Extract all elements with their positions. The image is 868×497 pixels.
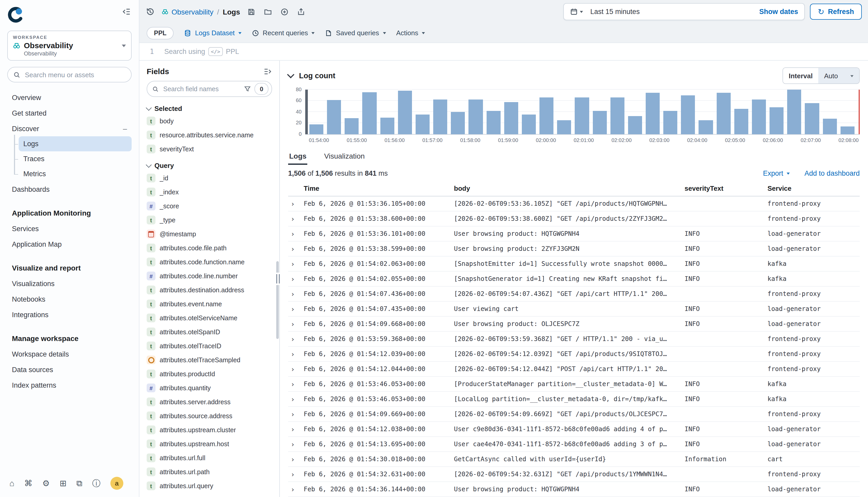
sidebar-nav-item[interactable]: Application Map – <box>7 236 132 252</box>
table-row[interactable]: Feb 6, 2026 @ 01:53:46.053+00:00 [LocalL… <box>288 392 860 407</box>
field-item[interactable]: attributes.otelSpanID <box>147 325 272 339</box>
field-item[interactable]: _id <box>147 171 272 185</box>
fields-collapse-icon[interactable] <box>264 67 272 75</box>
selected-fields-group-header[interactable]: Selected <box>147 105 272 112</box>
field-item[interactable]: attributes.code.file.path <box>147 241 272 255</box>
sidebar-nav-item[interactable]: Index patterns – <box>7 377 132 393</box>
sidebar-nav-item[interactable]: Get started – <box>7 105 132 121</box>
field-item[interactable]: attributes.url.full <box>147 451 272 465</box>
col-time[interactable]: Time <box>304 184 454 192</box>
sidebar-nav-item[interactable]: Integrations – <box>7 307 132 322</box>
new-icon[interactable] <box>281 8 289 16</box>
field-item[interactable]: attributes.upstream.host <box>147 437 272 451</box>
expand-row-icon[interactable] <box>288 395 304 403</box>
field-item[interactable]: resource.attributes.service.name <box>147 128 272 142</box>
sidebar-nav-item[interactable]: Logs – <box>19 136 132 151</box>
histogram-bar[interactable] <box>557 120 571 134</box>
collapse-chart-icon[interactable] <box>287 71 294 78</box>
opensearch-logo[interactable] <box>7 6 24 23</box>
filter-count-badge[interactable]: 0 <box>255 83 268 95</box>
histogram-bar[interactable] <box>787 90 801 134</box>
expand-row-icon[interactable] <box>288 470 304 478</box>
open-folder-icon[interactable] <box>264 8 272 16</box>
field-item[interactable]: _score <box>147 199 272 213</box>
table-row[interactable]: Feb 6, 2026 @ 01:54:02.063+00:00 [Snapsh… <box>288 257 860 272</box>
export-button[interactable]: Export <box>763 169 790 177</box>
sidebar-nav-item[interactable]: Visualize and report – <box>7 260 132 276</box>
sidebar-nav-item[interactable]: Application Monitoring – <box>7 205 132 221</box>
expand-row-icon[interactable] <box>288 365 304 373</box>
expand-row-icon[interactable] <box>288 335 304 343</box>
table-row[interactable]: Feb 6, 2026 @ 01:54:13.695+00:00 User ca… <box>288 437 860 452</box>
histogram-bar[interactable] <box>327 100 341 134</box>
field-item[interactable]: attributes.server.address <box>147 395 272 409</box>
table-row[interactable]: Feb 6, 2026 @ 01:54:07.436+00:00 [2026-0… <box>288 287 860 302</box>
field-item[interactable]: attributes.productId <box>147 367 272 381</box>
recent-queries-button[interactable]: Recent queries <box>252 29 315 37</box>
settings-icon[interactable]: ⚙ <box>42 479 50 487</box>
sidebar-search[interactable] <box>7 67 132 82</box>
field-item[interactable]: attributes.source.address <box>147 409 272 423</box>
field-item[interactable]: attributes.event.name <box>147 297 272 311</box>
field-item[interactable]: attributes.code.function.name <box>147 255 272 269</box>
histogram-bar[interactable] <box>451 112 465 134</box>
histogram-bar[interactable] <box>522 115 536 134</box>
histogram-bar[interactable] <box>593 111 607 134</box>
histogram-bar[interactable] <box>610 97 624 134</box>
expand-row-icon[interactable] <box>288 455 304 463</box>
query-editor[interactable]: 1 Search using </> PPL <box>139 42 868 61</box>
table-row[interactable]: Feb 6, 2026 @ 01:53:38.600+00:00 [2026-0… <box>288 211 860 226</box>
workspace-selector[interactable]: WORKSPACE Observability Observability <box>7 31 132 61</box>
histogram-bar[interactable] <box>345 118 359 134</box>
home-icon[interactable]: ⌂ <box>9 479 14 487</box>
show-dates-button[interactable]: Show dates <box>759 8 798 16</box>
histogram-bar[interactable] <box>469 100 483 134</box>
table-row[interactable]: Feb 6, 2026 @ 01:54:36.144+00:00 User br… <box>288 482 860 497</box>
time-range-picker[interactable]: Last 15 minutes Show dates <box>563 3 805 20</box>
sidebar-nav-item[interactable]: Metrics – <box>19 166 132 181</box>
field-item[interactable]: @timestamp <box>147 227 272 241</box>
table-row[interactable]: Feb 6, 2026 @ 01:54:32.631+00:00 [2026-0… <box>288 467 860 482</box>
col-service[interactable]: Service <box>767 184 860 192</box>
console-icon[interactable]: ⊞ <box>60 479 67 487</box>
expand-row-icon[interactable] <box>288 350 304 358</box>
history-icon[interactable] <box>146 7 154 16</box>
histogram-bar[interactable] <box>840 126 854 134</box>
query-language-button[interactable]: PPL <box>147 27 174 39</box>
add-to-dashboard-button[interactable]: Add to dashboard <box>805 169 860 177</box>
field-item[interactable]: severityText <box>147 142 272 156</box>
expand-row-icon[interactable] <box>288 245 304 253</box>
collapse-group-icon[interactable]: – <box>123 125 127 132</box>
sidebar-nav-item[interactable]: Traces – <box>19 151 132 166</box>
table-row[interactable]: Feb 6, 2026 @ 01:53:46.053+00:00 [Produc… <box>288 377 860 392</box>
expand-row-icon[interactable] <box>288 215 304 223</box>
field-item[interactable]: attributes.destination.address <box>147 283 272 297</box>
histogram-bar[interactable] <box>380 118 394 134</box>
histogram-bar[interactable] <box>433 100 447 134</box>
field-item[interactable]: attributes.code.line.number <box>147 269 272 283</box>
table-row[interactable]: Feb 6, 2026 @ 01:54:09.668+00:00 User br… <box>288 317 860 332</box>
table-row[interactable]: Feb 6, 2026 @ 01:53:36.101+00:00 User br… <box>288 226 860 242</box>
histogram-bar[interactable] <box>398 91 412 134</box>
expand-row-icon[interactable] <box>288 260 304 268</box>
table-row[interactable]: Feb 6, 2026 @ 01:54:12.038+00:00 User c9… <box>288 422 860 437</box>
field-item[interactable]: _index <box>147 185 272 199</box>
table-row[interactable]: Feb 6, 2026 @ 01:54:02.055+00:00 [Snapsh… <box>288 272 860 287</box>
avatar[interactable]: a <box>110 477 123 490</box>
expand-row-icon[interactable] <box>288 320 304 328</box>
table-row[interactable]: Feb 6, 2026 @ 01:54:12.044+00:00 [2026-0… <box>288 362 860 377</box>
actions-menu-button[interactable]: Actions <box>396 29 425 37</box>
histogram-bar[interactable] <box>486 111 500 134</box>
field-item[interactable]: _type <box>147 213 272 227</box>
panel-resizer[interactable] <box>275 273 281 285</box>
expand-row-icon[interactable] <box>288 410 304 418</box>
histogram-bar[interactable] <box>309 124 323 134</box>
expand-row-icon[interactable] <box>288 425 304 433</box>
table-row[interactable]: Feb 6, 2026 @ 01:54:12.039+00:00 [2026-0… <box>288 347 860 362</box>
expand-row-icon[interactable] <box>288 440 304 448</box>
table-row[interactable]: Feb 6, 2026 @ 01:54:09.669+00:00 [2026-0… <box>288 407 860 422</box>
apps-icon[interactable]: ⌘ <box>24 479 32 487</box>
breadcrumb-root[interactable]: Observability <box>162 8 214 16</box>
sidebar-nav-item[interactable]: Data sources – <box>7 362 132 377</box>
sidebar-nav-item[interactable]: Discover – <box>7 121 132 136</box>
